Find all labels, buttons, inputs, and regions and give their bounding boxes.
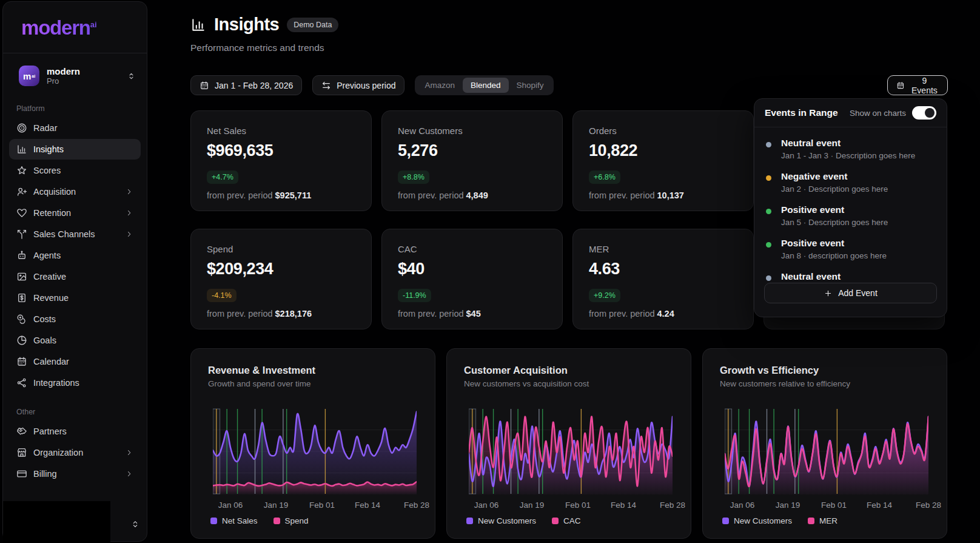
sidebar-item-insights[interactable]: Insights <box>9 139 141 160</box>
sidebar-item-costs[interactable]: Costs <box>9 309 141 329</box>
add-event-button[interactable]: Add Event <box>764 283 937 303</box>
kpi-card-spend: Spend$209,234-4.1%from prev. period$218,… <box>190 229 372 329</box>
page-title: Insights <box>214 15 279 35</box>
kpi-card-orders: Orders10,822+6.8%from prev. period10,137 <box>572 110 754 211</box>
show-on-charts-toggle[interactable] <box>912 106 936 120</box>
chevron-right-icon <box>125 448 133 457</box>
event-item-neutral[interactable]: Neutral eventJan 1 - Jan 3 · Description… <box>754 132 947 166</box>
event-title: Positive event <box>781 238 936 249</box>
event-item-positive[interactable]: Positive eventJan 5 · Description goes h… <box>754 199 947 232</box>
sidebar-item-retention[interactable]: Retention <box>9 203 141 223</box>
chart-legend: New CustomersCAC <box>466 516 581 525</box>
x-tick: Jan 19 <box>776 501 800 510</box>
sidebar-item-integrations[interactable]: Integrations <box>9 373 141 393</box>
sidebar-item-label: Costs <box>33 314 56 324</box>
kpi-value: 5,276 <box>398 141 546 160</box>
x-tick: Feb 14 <box>867 501 892 510</box>
x-tick: Jan 06 <box>218 501 243 510</box>
sidebar-item-revenue[interactable]: Revenue <box>9 288 141 308</box>
line-chart <box>469 408 673 494</box>
sidebar-item-label: Acquisition <box>33 187 76 197</box>
x-tick: Jan 19 <box>264 501 289 510</box>
chart-title: Growth vs Efficiency <box>720 365 819 376</box>
kpi-label: Orders <box>589 126 737 136</box>
sidebar-item-creative[interactable]: Creative <box>9 266 141 287</box>
swap-arrows-icon <box>321 81 331 90</box>
toolbar: Jan 1 - Feb 28, 2026 Previous period Ama… <box>190 75 554 95</box>
sidebar-item-acquisition[interactable]: Acquisition <box>9 181 141 202</box>
image-icon <box>16 271 27 282</box>
kpi-value: $209,234 <box>207 260 355 278</box>
kpi-card-cac: CAC$40-11.9%from prev. period$45 <box>381 229 563 329</box>
divider <box>3 53 147 53</box>
bar-chart-icon <box>16 144 27 155</box>
date-range-button[interactable]: Jan 1 - Feb 28, 2026 <box>190 75 302 95</box>
legend-item: New Customers <box>722 516 792 525</box>
sidebar-item-agents[interactable]: Agents <box>9 245 141 266</box>
sidebar-item-label: Scores <box>33 166 61 175</box>
chevrons-up-down-icon <box>127 72 136 81</box>
x-axis: Jan 06Jan 19Feb 01Feb 14Feb 28 <box>213 501 417 510</box>
show-on-charts-label: Show on charts <box>850 109 906 118</box>
bar-chart-icon <box>190 17 206 33</box>
page-header: Insights Demo Data <box>190 15 338 35</box>
kpi-label: CAC <box>398 244 546 254</box>
sidebar-item-label: Radar <box>33 123 58 133</box>
sidebar-item-organization[interactable]: Organization <box>9 442 141 463</box>
line-chart <box>725 408 928 494</box>
x-tick: Feb 14 <box>611 501 636 510</box>
legend-item: New Customers <box>466 516 536 525</box>
chart-subtitle: New customers relative to efficiency <box>720 379 850 388</box>
sidebar-item-calendar[interactable]: Calendar <box>9 351 141 372</box>
segment-amazon[interactable]: Amazon <box>417 78 463 93</box>
chart-card-revenue-investment: Revenue & InvestmentGrowth and spend ove… <box>190 348 435 539</box>
kpi-prev-period: from prev. period4.24 <box>589 309 737 319</box>
compare-period-button[interactable]: Previous period <box>312 75 404 95</box>
segment-shopify[interactable]: Shopify <box>509 78 552 93</box>
app-logo: modernai <box>21 16 147 39</box>
event-item-positive[interactable]: Positive eventJan 8 · description goes h… <box>754 232 947 266</box>
kpi-card-mer: MER4.63+9.2%from prev. period4.24 <box>572 229 754 329</box>
chevrons-up-down-icon[interactable] <box>130 519 140 529</box>
event-item-negative[interactable]: Negative eventJan 2 · Description goes h… <box>754 166 947 199</box>
kpi-card-net-sales: Net Sales$969,635+4.7%from prev. period$… <box>190 110 372 211</box>
event-title: Neutral event <box>781 138 936 149</box>
chart-title: Customer Acquisition <box>464 365 568 376</box>
workspace-switcher[interactable]: mai modern Pro <box>14 62 141 90</box>
sidebar-item-label: Creative <box>33 272 66 282</box>
event-dot-neutral <box>766 275 771 281</box>
chevron-right-icon <box>125 187 133 196</box>
demo-data-badge: Demo Data <box>287 18 338 32</box>
plus-icon <box>824 289 833 298</box>
kpi-prev-period: from prev. period4,849 <box>398 191 546 200</box>
kpi-prev-period: from prev. period$925,711 <box>207 191 355 200</box>
legend-swatch <box>274 518 280 524</box>
share-icon <box>16 377 27 388</box>
chart-subtitle: Growth and spend over time <box>208 379 311 388</box>
chevron-right-icon <box>125 470 133 478</box>
page-subtitle: Performance metrics and trends <box>190 42 324 53</box>
event-title: Negative event <box>781 171 936 182</box>
events-button[interactable]: 9 Events <box>887 75 948 95</box>
sidebar-item-radar[interactable]: Radar <box>9 118 141 138</box>
sidebar-item-label: Organization <box>33 448 83 457</box>
kpi-value: 4.63 <box>589 260 737 278</box>
sidebar-item-partners[interactable]: Partners <box>9 421 141 442</box>
kpi-prev-period: from prev. period$45 <box>398 309 546 319</box>
x-tick: Jan 06 <box>474 501 499 510</box>
workspace-name: modern <box>47 66 80 76</box>
sidebar-item-billing[interactable]: Billing <box>9 464 141 484</box>
kpi-label: New Customers <box>398 126 546 136</box>
kpi-delta-badge: -11.9% <box>398 289 431 302</box>
dollar-icon <box>16 292 27 303</box>
x-tick: Jan 19 <box>520 501 545 510</box>
sidebar-item-scores[interactable]: Scores <box>9 160 141 181</box>
x-tick: Feb 01 <box>821 501 847 510</box>
legend-swatch <box>552 518 559 524</box>
legend-item: Spend <box>274 516 309 525</box>
sidebar-item-sales-channels[interactable]: Sales Channels <box>9 224 141 245</box>
event-dot-positive <box>766 209 771 214</box>
sidebar-nav: PlatformRadarInsightsScoresAcquisitionRe… <box>3 104 147 484</box>
segment-blended[interactable]: Blended <box>463 78 509 93</box>
sidebar-item-goals[interactable]: Goals <box>9 330 141 351</box>
